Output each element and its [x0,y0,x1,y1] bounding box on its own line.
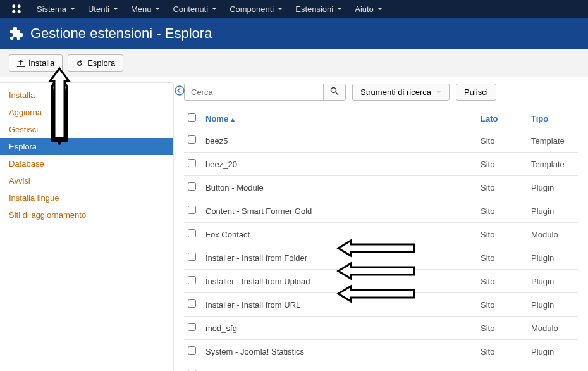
sidebar-item-installa-lingue[interactable]: Installa lingue [0,189,173,206]
row-name: mod_sfg [202,317,477,340]
sidebar-item-gestisci[interactable]: Gestisci [0,121,173,138]
table-row: System - Joomla! StatisticsSitoPlugin [184,340,578,363]
row-checkbox[interactable] [188,159,196,167]
caret-down-icon [70,8,75,10]
table-row: Content - Smart Former GoldSitoPlugin [184,199,578,223]
svg-point-2 [12,10,15,13]
table-row: beez_20SitoTemplate [184,153,578,176]
search-tools-button[interactable]: Strumenti di ricerca [352,84,450,101]
table-row: System - Joomla! Update NotificationSito… [184,363,578,372]
svg-point-1 [18,4,21,8]
caret-down-icon [377,8,383,10]
sidebar-item-siti-di-aggiornamento[interactable]: Siti di aggiornamento [0,206,173,223]
row-type: Plugin [527,363,578,372]
discover-button[interactable]: Esplora [68,54,123,72]
search-icon [330,87,339,96]
top-menu-contenuti[interactable]: Contenuti [166,1,223,18]
row-checkbox[interactable] [188,206,196,214]
col-name[interactable]: Nome▲ [202,108,477,129]
col-type[interactable]: Tipo [527,108,578,129]
row-name: System - Joomla! Update Notification [202,363,477,372]
svg-point-0 [12,4,15,8]
table-row: beez5SitoTemplate [184,129,578,153]
col-side[interactable]: Lato [477,108,527,129]
row-side: Sito [477,129,527,153]
row-name: beez_20 [202,153,477,176]
install-button[interactable]: Installa [9,54,63,72]
row-checkbox[interactable] [188,182,196,191]
sort-asc-icon: ▲ [230,116,236,123]
table-row: Button - ModuleSitoPlugin [184,176,578,199]
svg-point-3 [18,10,21,13]
row-checkbox[interactable] [188,323,196,331]
top-menu-sistema[interactable]: Sistema [30,1,82,18]
caret-down-icon [155,8,160,10]
top-menu-utenti[interactable]: Utenti [82,1,125,18]
top-menu-componenti[interactable]: Componenti [223,1,289,18]
sidebar-collapse-icon[interactable] [175,85,185,99]
title-bar: Gestione estensioni - Esplora [0,18,588,49]
row-checkbox[interactable] [188,299,196,308]
sidebar-item-avvisi[interactable]: Avvisi [0,172,173,189]
top-menu: SistemaUtentiMenuContenutiComponentiEste… [0,0,588,18]
top-menu-menu[interactable]: Menu [125,1,167,18]
row-checkbox[interactable] [188,346,196,355]
search-bar: Strumenti di ricerca Pulisci [184,84,578,101]
table-row: Installer - Install from URLSitoPlugin [184,293,578,317]
refresh-icon [76,60,83,67]
caret-down-icon [113,8,118,10]
row-type: Template [527,129,578,153]
table-row: Installer - Install from FolderSitoPlugi… [184,246,578,270]
row-type: Plugin [527,176,578,199]
row-checkbox[interactable] [188,229,196,237]
select-all-checkbox[interactable] [188,113,196,122]
row-type: Plugin [527,270,578,293]
row-side: Sito [477,340,527,363]
row-name: Installer - Install from Folder [202,246,477,270]
row-side: Sito [477,153,527,176]
row-name: Content - Smart Former Gold [202,199,477,223]
row-side: Sito [477,363,527,372]
sidebar-item-installa[interactable]: Installa [0,87,173,104]
svg-line-6 [336,92,338,95]
sidebar-item-database[interactable]: Database [0,155,173,172]
row-type: Modulo [527,223,578,246]
extensions-table: Nome▲ Lato Tipo beez5SitoTemplatebeez_20… [184,108,578,371]
upload-icon [17,60,25,67]
joomla-logo-icon [10,3,23,15]
row-side: Sito [477,246,527,270]
row-checkbox[interactable] [188,253,196,261]
table-row: Installer - Install from UploadSitoPlugi… [184,270,578,293]
caret-down-icon [212,8,217,10]
page-title: Gestione estensioni - Esplora [30,25,212,42]
row-side: Sito [477,223,527,246]
row-name: Installer - Install from URL [202,293,477,317]
top-menu-estensioni[interactable]: Estensioni [289,1,348,18]
row-side: Sito [477,270,527,293]
top-menu-aiuto[interactable]: Aiuto [348,1,389,18]
row-side: Sito [477,199,527,223]
caret-down-icon [337,8,342,10]
search-button[interactable] [323,84,346,101]
row-name: Button - Module [202,176,477,199]
caret-down-icon [278,8,283,10]
puzzle-icon [9,26,24,41]
clear-button[interactable]: Pulisci [456,84,496,101]
sidebar-item-aggiorna[interactable]: Aggiorna [0,104,173,121]
row-name: beez5 [202,129,477,153]
table-row: mod_sfgSitoModulo [184,317,578,340]
toolbar: Installa Esplora [0,49,588,77]
row-type: Modulo [527,317,578,340]
row-side: Sito [477,293,527,317]
row-checkbox[interactable] [188,276,196,284]
search-input[interactable] [184,84,323,101]
sidebar-item-esplora[interactable]: Esplora [0,138,173,155]
row-type: Plugin [527,199,578,223]
caret-down-icon [436,91,441,94]
content-area: Strumenti di ricerca Pulisci Nome▲ Lato … [174,77,588,371]
svg-point-4 [175,86,184,95]
row-checkbox[interactable] [188,135,196,144]
row-type: Plugin [527,340,578,363]
row-name: Fox Contact [202,223,477,246]
row-side: Sito [477,317,527,340]
